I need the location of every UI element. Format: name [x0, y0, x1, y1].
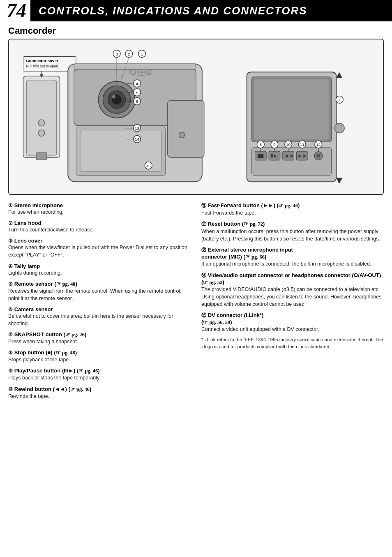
camcorder-diagram: Connector cover Pull this out to open. — [8, 39, 384, 195]
svg-rect-29 — [254, 79, 329, 139]
svg-rect-1 — [26, 80, 56, 155]
svg-text:6: 6 — [136, 99, 138, 104]
svg-rect-22 — [74, 64, 196, 69]
svg-text:10: 10 — [286, 142, 291, 147]
svg-rect-4 — [36, 153, 47, 160]
content-area: ① Stereo microphone For use when recordi… — [0, 202, 392, 404]
item-13: ⑬ External stereo microphone inputconnec… — [201, 247, 384, 268]
svg-text:11: 11 — [300, 142, 304, 147]
item-3: ③ Lens cover Opens when the viewfinder i… — [8, 238, 191, 259]
page-header: 74 CONTROLS, INDICATIONS AND CONNECTORS — [0, 0, 392, 21]
svg-point-18 — [138, 71, 140, 73]
item-7: ⑦ SNAPSHOT button (☞ pg. 26) Press when … — [8, 331, 191, 345]
svg-marker-31 — [336, 178, 342, 184]
svg-text:13: 13 — [135, 126, 139, 131]
item-8: ⑧ Stop button (■) (☞ pg. 46) Stops playb… — [8, 349, 191, 363]
item-15: ⑮ DV connector (i.Link*)(☞ pg. 56, 59) C… — [201, 312, 384, 350]
svg-point-19 — [141, 71, 143, 73]
svg-marker-30 — [336, 72, 342, 78]
svg-text:5: 5 — [136, 90, 138, 95]
svg-text:4: 4 — [136, 81, 138, 86]
item-11: ⑪ Fast-Forward button (►►) (☞ pg. 46) Fa… — [201, 202, 384, 217]
svg-point-32 — [334, 123, 344, 133]
page-title: CONTROLS, INDICATIONS AND CONNECTORS — [30, 0, 392, 21]
svg-point-2 — [38, 120, 45, 126]
diagram-svg: Connector cover Pull this out to open. — [9, 39, 383, 194]
svg-text:Connector cover: Connector cover — [26, 58, 58, 63]
item-5: ⑤ Remote sensor (☞ pg. 48) Receives the … — [8, 281, 191, 302]
section-title: Camcorder — [0, 21, 392, 39]
svg-point-20 — [144, 71, 146, 73]
svg-text:14: 14 — [135, 137, 139, 141]
item-6: ⑥ Camera sensor Be careful not to cover … — [8, 306, 191, 327]
svg-text:1: 1 — [141, 52, 143, 56]
svg-point-17 — [135, 71, 136, 73]
svg-text:9: 9 — [273, 142, 276, 147]
svg-point-15 — [112, 95, 115, 99]
svg-text:3: 3 — [115, 52, 118, 56]
item-12: ⑫ Reset button (☞ pg. 72) When a malfunc… — [201, 221, 384, 243]
svg-text:Pull this out to open.: Pull this out to open. — [26, 64, 59, 68]
svg-text:7: 7 — [339, 97, 341, 102]
item-2: ② Lens hood Turn this counterclockwise t… — [8, 220, 191, 233]
svg-text:15: 15 — [146, 164, 151, 168]
svg-text:8: 8 — [260, 142, 262, 147]
item-14: ⑭ Video/audio output connector or head­p… — [201, 272, 384, 308]
svg-text:►►: ►► — [297, 153, 307, 159]
svg-text:2: 2 — [128, 52, 130, 56]
item-10: ⑩ Rewind button (◄◄) (☞ pg. 46) Rewinds … — [8, 386, 191, 400]
right-column: ⑪ Fast-Forward button (►►) (☞ pg. 46) Fa… — [198, 202, 387, 404]
svg-text:12: 12 — [316, 142, 321, 147]
svg-rect-35 — [258, 154, 263, 158]
svg-text:II►: II► — [271, 153, 278, 158]
svg-rect-23 — [168, 100, 204, 157]
page-number: 74 — [0, 0, 30, 21]
svg-text:◄◄: ◄◄ — [284, 153, 293, 159]
item-1: ① Stereo microphone For use when recordi… — [8, 202, 191, 216]
item-4: ④ Tally lamp Lights during recording. — [8, 263, 191, 277]
svg-point-43 — [316, 154, 321, 158]
left-column: ① Stereo microphone For use when recordi… — [5, 202, 194, 404]
svg-point-21 — [148, 71, 149, 73]
svg-point-3 — [38, 130, 45, 136]
svg-point-24 — [179, 132, 184, 138]
item-9: ⑨ Play/Pause button (II/►) (☞ pg. 46) Pl… — [8, 367, 191, 381]
